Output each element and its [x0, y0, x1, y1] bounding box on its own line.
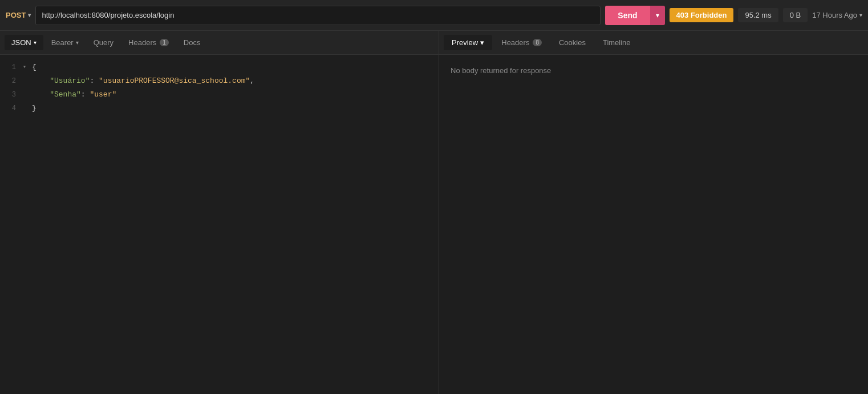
code-line-4: 4 } — [0, 102, 439, 115]
json-key-usuario: "Usuário" — [50, 77, 90, 85]
status-badge: 403 Forbidden — [670, 8, 734, 22]
tab-headers[interactable]: Headers 1 — [121, 35, 176, 50]
tab-bearer-label: Bearer — [51, 38, 74, 47]
tab-response-headers[interactable]: Headers 8 — [493, 35, 550, 50]
tab-timeline-label: Timeline — [603, 38, 631, 47]
tab-timeline[interactable]: Timeline — [595, 35, 639, 50]
main-layout: JSON ▾ Bearer ▾ Query Headers 1 Docs 1 ▾ — [0, 31, 868, 394]
method-chevron: ▾ — [28, 12, 31, 18]
tab-docs-label: Docs — [184, 38, 201, 47]
json-val-usuario: "usuarioPROFESSOR@sica_school.com" — [99, 77, 250, 85]
line-content-1: { — [32, 61, 36, 74]
tab-response-headers-badge: 8 — [533, 39, 542, 46]
tab-preview[interactable]: Preview ▾ — [444, 35, 492, 50]
timestamp-value: 17 Hours Ago — [812, 11, 857, 19]
time-badge: 95.2 ms — [738, 8, 778, 22]
json-val-senha: "user" — [90, 90, 116, 99]
code-editor[interactable]: 1 ▾ { 2 "Usuário": "usuarioPROFESSOR@sic… — [0, 55, 439, 394]
tab-preview-label: Preview — [452, 38, 478, 47]
timestamp-chevron: ▾ — [859, 12, 862, 18]
line-num-2: 2 — [0, 75, 23, 87]
url-input[interactable] — [35, 6, 601, 25]
left-panel: JSON ▾ Bearer ▾ Query Headers 1 Docs 1 ▾ — [0, 31, 439, 394]
empty-response-message: No body returned for response — [451, 66, 551, 75]
tab-json-chevron: ▾ — [34, 39, 36, 46]
tab-headers-badge: 1 — [160, 39, 169, 46]
send-btn-group: Send ▾ — [605, 6, 664, 25]
tab-bearer[interactable]: Bearer ▾ — [44, 35, 86, 50]
line-content-2: "Usuário": "usuarioPROFESSOR@sica_school… — [32, 75, 254, 87]
method-label: POST — [6, 11, 26, 19]
json-key-senha: "Senha" — [50, 90, 81, 99]
line-num-1: 1 — [0, 61, 23, 74]
timestamp[interactable]: 17 Hours Ago ▾ — [812, 11, 862, 19]
code-line-3: 3 "Senha": "user" — [0, 88, 439, 102]
line-num-3: 3 — [0, 89, 23, 101]
code-line-1: 1 ▾ { — [0, 61, 439, 74]
tab-response-headers-label: Headers — [501, 38, 529, 47]
tab-preview-chevron: ▾ — [480, 38, 484, 47]
tab-json[interactable]: JSON ▾ — [5, 35, 43, 50]
size-badge: 0 B — [783, 8, 808, 22]
tab-cookies[interactable]: Cookies — [551, 35, 594, 50]
tab-query-label: Query — [94, 38, 113, 47]
line-num-4: 4 — [0, 102, 23, 115]
tab-cookies-label: Cookies — [559, 38, 586, 47]
tab-json-label: JSON — [11, 38, 31, 47]
top-bar: POST ▾ Send ▾ 403 Forbidden 95.2 ms 0 B … — [0, 0, 868, 31]
line-content-4: } — [32, 102, 36, 115]
tab-bearer-chevron: ▾ — [76, 39, 79, 46]
code-line-2: 2 "Usuário": "usuarioPROFESSOR@sica_scho… — [0, 74, 439, 88]
send-dropdown-button[interactable]: ▾ — [650, 6, 665, 25]
right-panel: Preview ▾ Headers 8 Cookies Timeline No … — [439, 31, 868, 394]
right-tab-bar: Preview ▾ Headers 8 Cookies Timeline — [439, 31, 868, 55]
tab-query[interactable]: Query — [87, 35, 120, 50]
method-selector[interactable]: POST ▾ — [6, 11, 31, 19]
tab-docs[interactable]: Docs — [177, 35, 208, 50]
response-content: No body returned for response — [439, 55, 868, 394]
line-toggle-1: ▾ — [23, 61, 32, 74]
tab-headers-label: Headers — [128, 38, 156, 47]
left-tab-bar: JSON ▾ Bearer ▾ Query Headers 1 Docs — [0, 31, 439, 55]
send-button[interactable]: Send — [605, 6, 650, 25]
line-content-3: "Senha": "user" — [32, 89, 116, 101]
